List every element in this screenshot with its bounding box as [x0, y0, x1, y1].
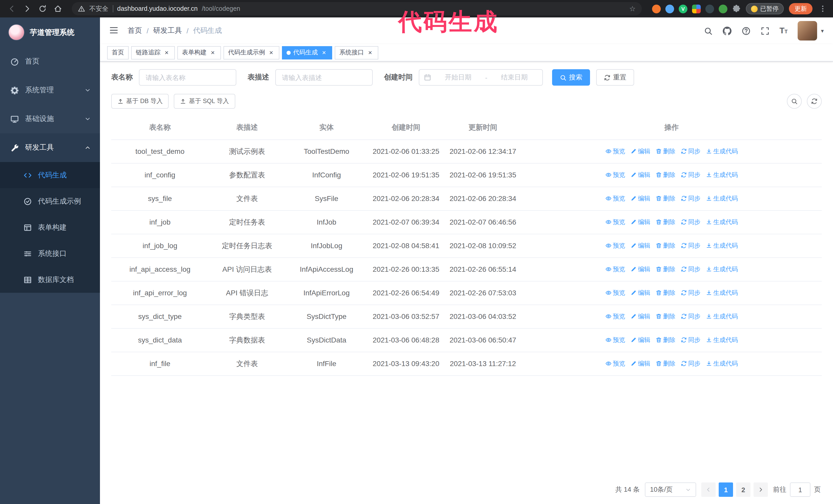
action-编辑-link[interactable]: 编辑 — [630, 169, 650, 181]
action-生成代码-link[interactable]: 生成代码 — [706, 310, 738, 322]
import-db-button[interactable]: 基于 DB 导入 — [111, 94, 169, 109]
reset-button[interactable]: 重置 — [596, 69, 634, 86]
tab-close-icon[interactable]: × — [366, 49, 374, 56]
extension-puzzle[interactable] — [732, 4, 741, 13]
action-编辑-link[interactable]: 编辑 — [630, 263, 650, 275]
next-page-button[interactable] — [754, 482, 768, 497]
github-button[interactable] — [722, 26, 731, 35]
action-同步-link[interactable]: 同步 — [681, 169, 700, 181]
tab-close-icon[interactable]: × — [209, 49, 216, 56]
back-button[interactable] — [5, 2, 19, 16]
action-生成代码-link[interactable]: 生成代码 — [706, 193, 738, 204]
extension-green-v[interactable]: V — [679, 4, 687, 13]
tab-close-icon[interactable]: × — [163, 49, 170, 56]
extension-green[interactable] — [719, 4, 728, 13]
tab-首页[interactable]: 首页 — [107, 46, 129, 59]
action-编辑-link[interactable]: 编辑 — [630, 216, 650, 228]
action-生成代码-link[interactable]: 生成代码 — [706, 358, 738, 369]
tab-系统接口[interactable]: 系统接口× — [335, 46, 378, 59]
action-同步-link[interactable]: 同步 — [681, 240, 700, 251]
tab-链路追踪[interactable]: 链路追踪× — [131, 46, 175, 59]
action-删除-link[interactable]: 删除 — [656, 216, 675, 228]
action-生成代码-link[interactable]: 生成代码 — [706, 145, 738, 157]
extension-orange[interactable] — [652, 4, 661, 13]
refresh-table-button[interactable] — [807, 94, 822, 109]
tab-close-icon[interactable]: × — [320, 49, 328, 56]
extension-dark[interactable] — [705, 4, 714, 13]
date-end-placeholder[interactable]: 结束日期 — [491, 73, 538, 82]
home-button[interactable] — [51, 2, 65, 16]
action-删除-link[interactable]: 删除 — [656, 169, 675, 181]
sidebar-item-数据库文档[interactable]: 数据库文档 — [0, 267, 100, 293]
page-button-2[interactable]: 2 — [736, 482, 751, 497]
action-同步-link[interactable]: 同步 — [681, 334, 700, 346]
action-生成代码-link[interactable]: 生成代码 — [706, 169, 738, 181]
action-预览-link[interactable]: 预览 — [605, 310, 625, 322]
action-删除-link[interactable]: 删除 — [656, 263, 675, 275]
extension-blue-drop[interactable] — [665, 4, 674, 13]
action-生成代码-link[interactable]: 生成代码 — [706, 216, 738, 228]
action-生成代码-link[interactable]: 生成代码 — [706, 240, 738, 251]
app-logo[interactable]: 芋道管理系统 — [0, 18, 100, 47]
sidebar-item-代码生成[interactable]: 代码生成 — [0, 162, 100, 188]
breadcrumb-item[interactable]: 研发工具 — [153, 26, 182, 35]
font-size-button[interactable]: TT — [780, 27, 788, 35]
sidebar-item-表单构建[interactable]: 表单构建 — [0, 214, 100, 240]
action-编辑-link[interactable]: 编辑 — [630, 334, 650, 346]
table-desc-input[interactable] — [275, 69, 373, 86]
page-size-select[interactable]: 10条/页 — [645, 482, 696, 497]
action-删除-link[interactable]: 删除 — [656, 310, 675, 322]
action-编辑-link[interactable]: 编辑 — [630, 287, 650, 299]
action-预览-link[interactable]: 预览 — [605, 263, 625, 275]
page-button-1[interactable]: 1 — [719, 482, 733, 497]
sidebar-item-基础设施[interactable]: 基础设施 — [0, 104, 100, 133]
sidebar-item-首页[interactable]: 首页 — [0, 47, 100, 76]
action-同步-link[interactable]: 同步 — [681, 310, 700, 322]
bookmark-star-icon[interactable]: ☆ — [629, 5, 636, 13]
action-生成代码-link[interactable]: 生成代码 — [706, 287, 738, 299]
action-同步-link[interactable]: 同步 — [681, 263, 700, 275]
action-同步-link[interactable]: 同步 — [681, 145, 700, 157]
action-预览-link[interactable]: 预览 — [605, 145, 625, 157]
reload-button[interactable] — [36, 2, 49, 16]
collapse-sidebar-button[interactable] — [109, 25, 118, 36]
action-预览-link[interactable]: 预览 — [605, 216, 625, 228]
action-同步-link[interactable]: 同步 — [681, 193, 700, 204]
action-删除-link[interactable]: 删除 — [656, 334, 675, 346]
action-预览-link[interactable]: 预览 — [605, 334, 625, 346]
action-删除-link[interactable]: 删除 — [656, 145, 675, 157]
fullscreen-button[interactable] — [760, 26, 769, 35]
action-编辑-link[interactable]: 编辑 — [630, 193, 650, 204]
action-同步-link[interactable]: 同步 — [681, 358, 700, 369]
action-预览-link[interactable]: 预览 — [605, 193, 625, 204]
action-同步-link[interactable]: 同步 — [681, 216, 700, 228]
sidebar-item-代码生成示例[interactable]: 代码生成示例 — [0, 188, 100, 214]
tab-close-icon[interactable]: × — [268, 49, 275, 56]
action-编辑-link[interactable]: 编辑 — [630, 358, 650, 369]
address-bar[interactable]: 不安全 dashboard.yudao.iocoder.cn/tool/code… — [72, 2, 642, 16]
browser-update-button[interactable]: 更新 — [789, 3, 812, 14]
help-button[interactable] — [741, 26, 750, 35]
action-删除-link[interactable]: 删除 — [656, 287, 675, 299]
breadcrumb-item[interactable]: 首页 — [128, 26, 142, 35]
tab-表单构建[interactable]: 表单构建× — [177, 46, 221, 59]
action-预览-link[interactable]: 预览 — [605, 169, 625, 181]
toggle-search-button[interactable] — [787, 94, 802, 109]
action-生成代码-link[interactable]: 生成代码 — [706, 334, 738, 346]
action-删除-link[interactable]: 删除 — [656, 358, 675, 369]
browser-menu-button[interactable] — [818, 5, 828, 13]
sidebar-item-系统接口[interactable]: 系统接口 — [0, 240, 100, 267]
action-编辑-link[interactable]: 编辑 — [630, 145, 650, 157]
forward-button[interactable] — [21, 2, 34, 16]
goto-page-input[interactable] — [790, 482, 810, 497]
profile-paused-badge[interactable]: 已暂停 — [746, 3, 784, 14]
action-删除-link[interactable]: 删除 — [656, 193, 675, 204]
action-预览-link[interactable]: 预览 — [605, 358, 625, 369]
action-预览-link[interactable]: 预览 — [605, 240, 625, 251]
action-编辑-link[interactable]: 编辑 — [630, 310, 650, 322]
action-预览-link[interactable]: 预览 — [605, 287, 625, 299]
date-start-placeholder[interactable]: 开始日期 — [435, 73, 482, 82]
table-name-input[interactable] — [139, 69, 236, 86]
import-sql-button[interactable]: 基于 SQL 导入 — [174, 94, 235, 109]
user-menu[interactable]: ▾ — [798, 21, 824, 41]
